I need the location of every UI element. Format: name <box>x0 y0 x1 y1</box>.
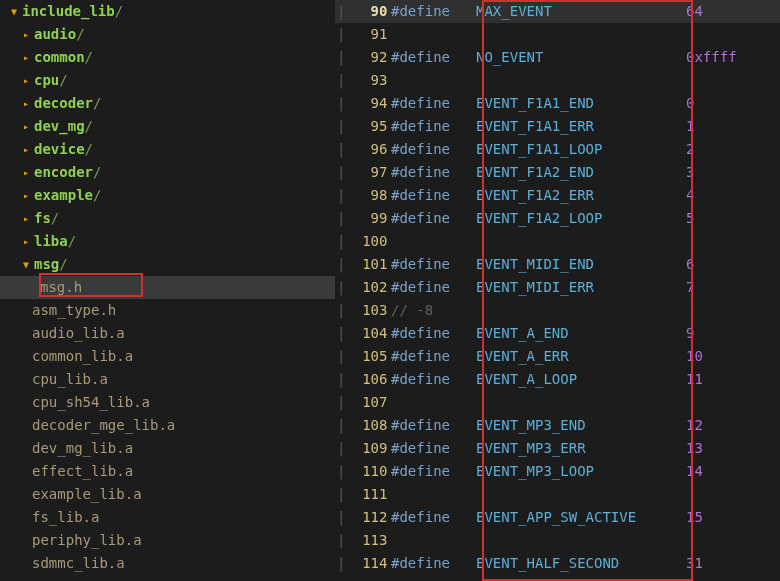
tree-file[interactable]: sdmmc_lib.a <box>0 552 335 575</box>
macro-value: 1 <box>686 115 694 138</box>
tree-dir[interactable]: ▸audio/ <box>0 23 335 46</box>
line-number: 104 <box>347 322 387 345</box>
line-number: 106 <box>347 368 387 391</box>
define-keyword: #define <box>391 463 450 479</box>
file-tree-sidebar[interactable]: ▼ include_lib/ ▸audio/▸common/▸cpu/▸deco… <box>0 0 335 581</box>
line-number-gutter: |112 <box>335 506 391 529</box>
chevron-right-icon: ▸ <box>20 138 32 161</box>
tree-file[interactable]: common_lib.a <box>0 345 335 368</box>
code-line[interactable]: |92#defineNO_EVENT0xffff <box>335 46 780 69</box>
tree-root[interactable]: ▼ include_lib/ <box>0 0 335 23</box>
macro-value: 0xffff <box>686 46 737 69</box>
file-label: decoder_mge_lib.a <box>32 414 175 437</box>
line-number-gutter: |106 <box>335 368 391 391</box>
code-line[interactable]: |97#defineEVENT_F1A2_END3 <box>335 161 780 184</box>
line-number-gutter: |96 <box>335 138 391 161</box>
file-label: sdmmc_lib.a <box>32 552 125 575</box>
code-line[interactable]: |105#defineEVENT_A_ERR10 <box>335 345 780 368</box>
code-line[interactable]: |103// -8 <box>335 299 780 322</box>
tree-dir[interactable]: ▸fs/ <box>0 207 335 230</box>
tree-dir[interactable]: ▸liba/ <box>0 230 335 253</box>
tree-file[interactable]: fs_lib.a <box>0 506 335 529</box>
chevron-right-icon: ▸ <box>20 184 32 207</box>
dir-label: audio <box>34 23 76 46</box>
define-keyword: #define <box>391 509 450 525</box>
macro-value: 7 <box>686 276 694 299</box>
code-line[interactable]: |106#defineEVENT_A_LOOP11 <box>335 368 780 391</box>
line-number-gutter: |101 <box>335 253 391 276</box>
tree-file-selected[interactable]: msg.h <box>0 276 335 299</box>
define-keyword: #define <box>391 187 450 203</box>
dir-label: liba <box>34 230 68 253</box>
tree-file[interactable]: decoder_mge_lib.a <box>0 414 335 437</box>
file-label: asm_type.h <box>32 299 116 322</box>
macro-value: 2 <box>686 138 694 161</box>
macro-name: EVENT_A_ERR <box>476 348 569 364</box>
code-line[interactable]: |104#defineEVENT_A_END9 <box>335 322 780 345</box>
dir-label: device <box>34 138 85 161</box>
macro-name: EVENT_F1A2_LOOP <box>476 210 602 226</box>
line-number: 91 <box>347 23 387 46</box>
tree-file[interactable]: cpu_lib.a <box>0 368 335 391</box>
macro-name: EVENT_F1A1_LOOP <box>476 141 602 157</box>
code-line[interactable]: |90#defineMAX_EVENT64 <box>335 0 780 23</box>
line-number-gutter: |114 <box>335 552 391 575</box>
tree-dir[interactable]: ▸encoder/ <box>0 161 335 184</box>
code-line[interactable]: |109#defineEVENT_MP3_ERR13 <box>335 437 780 460</box>
line-number: 96 <box>347 138 387 161</box>
define-keyword: #define <box>391 325 450 341</box>
dir-label: msg <box>34 253 59 276</box>
line-number: 92 <box>347 46 387 69</box>
tree-file[interactable]: example_lib.a <box>0 483 335 506</box>
tree-dir[interactable]: ▸common/ <box>0 46 335 69</box>
tree-dir[interactable]: ▸decoder/ <box>0 92 335 115</box>
code-line[interactable]: |94#defineEVENT_F1A1_END0 <box>335 92 780 115</box>
line-number: 110 <box>347 460 387 483</box>
define-keyword: #define <box>391 555 450 571</box>
line-number-gutter: |94 <box>335 92 391 115</box>
code-line[interactable]: |95#defineEVENT_F1A1_ERR1 <box>335 115 780 138</box>
tree-dir[interactable]: ▼msg/ <box>0 253 335 276</box>
code-line[interactable]: |93 <box>335 69 780 92</box>
tree-file[interactable]: audio_lib.a <box>0 322 335 345</box>
code-editor[interactable]: |90#defineMAX_EVENT64|91|92#defineNO_EVE… <box>335 0 780 581</box>
define-keyword: #define <box>391 118 450 134</box>
file-label: fs_lib.a <box>32 506 99 529</box>
line-number-gutter: |95 <box>335 115 391 138</box>
tree-file[interactable]: asm_type.h <box>0 299 335 322</box>
code-line[interactable]: |110#defineEVENT_MP3_LOOP14 <box>335 460 780 483</box>
tree-dir[interactable]: ▸example/ <box>0 184 335 207</box>
dir-label: cpu <box>34 69 59 92</box>
code-line[interactable]: |108#defineEVENT_MP3_END12 <box>335 414 780 437</box>
line-number-gutter: |99 <box>335 207 391 230</box>
tree-file[interactable]: periphy_lib.a <box>0 529 335 552</box>
code-line[interactable]: |102#defineEVENT_MIDI_ERR7 <box>335 276 780 299</box>
tree-dir[interactable]: ▸device/ <box>0 138 335 161</box>
code-line[interactable]: |107 <box>335 391 780 414</box>
tree-dir[interactable]: ▸cpu/ <box>0 69 335 92</box>
define-keyword: #define <box>391 49 450 65</box>
tree-dir[interactable]: ▸dev_mg/ <box>0 115 335 138</box>
code-line[interactable]: |114#defineEVENT_HALF_SECOND31 <box>335 552 780 575</box>
line-number-gutter: |108 <box>335 414 391 437</box>
tree-file[interactable]: effect_lib.a <box>0 460 335 483</box>
define-keyword: #define <box>391 256 450 272</box>
macro-name: EVENT_A_LOOP <box>476 371 577 387</box>
code-line[interactable]: |113 <box>335 529 780 552</box>
line-number: 100 <box>347 230 387 253</box>
code-line[interactable]: |96#defineEVENT_F1A1_LOOP2 <box>335 138 780 161</box>
tree-file[interactable]: cpu_sh54_lib.a <box>0 391 335 414</box>
macro-name: EVENT_MP3_LOOP <box>476 463 594 479</box>
line-number-gutter: |92 <box>335 46 391 69</box>
line-number: 111 <box>347 483 387 506</box>
code-line[interactable]: |91 <box>335 23 780 46</box>
tree-file[interactable]: dev_mg_lib.a <box>0 437 335 460</box>
line-number: 107 <box>347 391 387 414</box>
code-line[interactable]: |98#defineEVENT_F1A2_ERR4 <box>335 184 780 207</box>
dir-label: example <box>34 184 93 207</box>
code-line[interactable]: |99#defineEVENT_F1A2_LOOP5 <box>335 207 780 230</box>
code-line[interactable]: |112#defineEVENT_APP_SW_ACTIVE15 <box>335 506 780 529</box>
code-line[interactable]: |101#defineEVENT_MIDI_END6 <box>335 253 780 276</box>
code-line[interactable]: |111 <box>335 483 780 506</box>
code-line[interactable]: |100 <box>335 230 780 253</box>
